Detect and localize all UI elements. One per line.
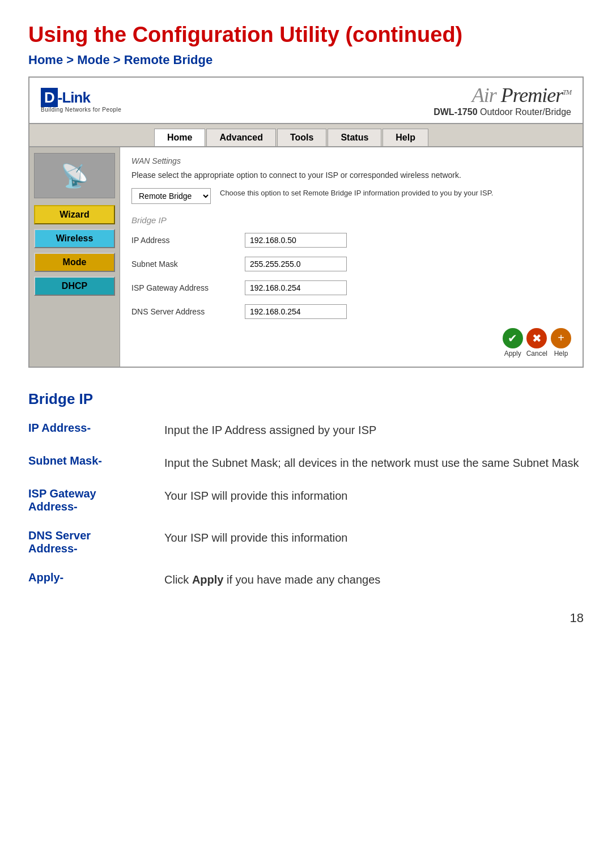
- description-section: Bridge IP IP Address- Input the IP Addre…: [28, 390, 584, 588]
- sidebar-btn-wireless[interactable]: Wireless: [34, 229, 115, 248]
- ip-address-row: IP Address: [131, 233, 571, 248]
- subnet-mask-row: Subnet Mask: [131, 257, 571, 271]
- dlink-brand-name: D-Link: [41, 88, 90, 107]
- desc-apply: Apply- Click Apply if you have made any …: [28, 571, 584, 588]
- router-nav: Home Advanced Tools Status Help: [29, 124, 583, 147]
- apply-label: Apply: [504, 350, 521, 358]
- sidebar-btn-mode[interactable]: Mode: [34, 253, 115, 272]
- router-sidebar: 📡 Wizard Wireless Mode DHCP: [29, 147, 120, 367]
- subnet-mask-label: Subnet Mask: [131, 259, 245, 269]
- desc-apply-def: Click Apply if you have made any changes: [164, 571, 380, 588]
- air-premier-logo: Air PremierTM DWL-1750 Outdoor Router/Br…: [133, 83, 571, 117]
- desc-isp-term: ISP GatewayAddress-: [28, 487, 153, 513]
- desc-section-title: Bridge IP: [28, 390, 584, 408]
- page-title: Using the Configuration Utility (continu…: [28, 23, 584, 47]
- desc-dns-term: DNS ServerAddress-: [28, 529, 153, 555]
- cancel-label: Cancel: [526, 350, 547, 358]
- tab-home[interactable]: Home: [154, 129, 205, 146]
- sidebar-btn-dhcp[interactable]: DHCP: [34, 276, 115, 296]
- desc-subnet-def: Input the Subnet Mask; all devices in th…: [164, 454, 579, 471]
- desc-ip-address: IP Address- Input the IP Address assigne…: [28, 422, 584, 439]
- mode-description: Choose this option to set Remote Bridge …: [220, 188, 571, 198]
- subnet-mask-input[interactable]: [245, 257, 347, 271]
- air-premier-title: Air PremierTM: [133, 83, 571, 107]
- desc-dns-server: DNS ServerAddress- Your ISP will provide…: [28, 529, 584, 555]
- apply-button[interactable]: ✔: [503, 328, 523, 348]
- desc-isp-gateway: ISP GatewayAddress- Your ISP will provid…: [28, 487, 584, 513]
- ip-address-input[interactable]: [245, 233, 347, 248]
- tab-help[interactable]: Help: [382, 129, 428, 146]
- router-frame: D-Link Building Networks for People Air …: [28, 76, 584, 368]
- antenna-image: 📡: [34, 153, 115, 198]
- dlink-logo: D-Link Building Networks for People: [41, 88, 121, 113]
- desc-apply-term: Apply-: [28, 571, 153, 584]
- dlink-tagline: Building Networks for People: [41, 107, 121, 113]
- dns-server-label: DNS Server Address: [131, 307, 245, 316]
- desc-subnet-mask: Subnet Mask- Input the Subnet Mask; all …: [28, 454, 584, 471]
- tab-tools[interactable]: Tools: [277, 129, 326, 146]
- air-premier-subtitle: DWL-1750 Outdoor Router/Bridge: [133, 107, 571, 117]
- dns-server-row: DNS Server Address: [131, 304, 571, 319]
- isp-gateway-row: ISP Gateway Address: [131, 280, 571, 295]
- cancel-btn-group: ✖ Cancel: [526, 328, 547, 358]
- desc-isp-def: Your ISP will provide this information: [164, 487, 348, 504]
- tab-advanced[interactable]: Advanced: [206, 129, 275, 146]
- tab-status[interactable]: Status: [328, 129, 381, 146]
- router-header: D-Link Building Networks for People Air …: [29, 78, 583, 124]
- router-main: WAN Settings Please select the appropria…: [120, 147, 583, 367]
- antenna-icon: 📡: [61, 163, 89, 189]
- isp-gateway-input[interactable]: [245, 280, 347, 295]
- wan-settings-title: WAN Settings: [131, 156, 571, 165]
- mode-select[interactable]: Remote Bridge: [131, 188, 211, 204]
- desc-subnet-term: Subnet Mask-: [28, 454, 153, 467]
- wan-mode-row: Remote Bridge Choose this option to set …: [131, 188, 571, 204]
- breadcrumb: Home > Mode > Remote Bridge: [28, 53, 584, 67]
- desc-ip-def: Input the IP Address assigned by your IS…: [164, 422, 376, 439]
- tm-symbol: TM: [563, 88, 571, 96]
- help-label: Help: [554, 350, 568, 358]
- cancel-button[interactable]: ✖: [526, 328, 547, 348]
- help-button[interactable]: +: [551, 328, 571, 348]
- apply-btn-group: ✔ Apply: [503, 328, 523, 358]
- ip-address-label: IP Address: [131, 236, 245, 245]
- sidebar-btn-wizard[interactable]: Wizard: [34, 205, 115, 224]
- dns-server-input[interactable]: [245, 304, 347, 319]
- help-btn-group: + Help: [551, 328, 571, 358]
- desc-dns-def: Your ISP will provide this information: [164, 529, 348, 546]
- bridge-ip-section-title: Bridge IP: [131, 215, 571, 225]
- router-body: 📡 Wizard Wireless Mode DHCP WAN Settings…: [29, 147, 583, 367]
- isp-gateway-label: ISP Gateway Address: [131, 283, 245, 292]
- page-number: 18: [28, 611, 584, 626]
- desc-ip-term: IP Address-: [28, 422, 153, 435]
- wan-intro: Please select the appropriate option to …: [131, 170, 571, 181]
- action-buttons: ✔ Apply ✖ Cancel + Help: [131, 328, 571, 358]
